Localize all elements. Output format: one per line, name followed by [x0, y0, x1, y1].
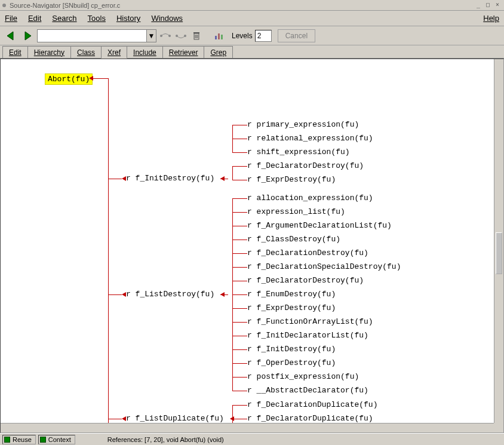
context-toggle[interactable]: Context	[38, 435, 75, 444]
tree-leaf-node[interactable]: r shift_expression(fu)	[247, 148, 350, 156]
tab-xref[interactable]: Xref	[101, 46, 127, 59]
tab-include[interactable]: Include	[127, 46, 163, 58]
tree-leaf-node[interactable]: r f_ExprDestroy(fu)	[247, 175, 336, 184]
close-button[interactable]: ×	[493, 2, 502, 9]
window-title: Source-Navigator [SNbuild] cp_error.c	[10, 2, 474, 9]
tree-leaf-node[interactable]: r f_OperDestroy(fu)	[247, 358, 336, 367]
levels-label: Levels	[232, 32, 253, 40]
tree-leaf-node[interactable]: r f_DeclaratorDestroy(fu)	[247, 161, 364, 170]
svg-point-2	[160, 35, 162, 37]
svg-point-4	[176, 35, 178, 37]
tree-leaf-node[interactable]: r f_DeclarationSpecialDestroy(fu)	[247, 262, 401, 271]
maximize-button[interactable]: □	[484, 2, 492, 9]
arrow-left-icon	[5, 30, 17, 42]
menu-help[interactable]: Help	[483, 14, 499, 23]
delete-button[interactable]	[190, 29, 203, 42]
menu-edit[interactable]: Edit	[28, 14, 41, 23]
chart-icon	[214, 31, 225, 41]
tree-leaf-node[interactable]: r __AbstractDeclarator(fu)	[247, 386, 368, 395]
svg-rect-11	[215, 36, 217, 39]
reuse-label: Reuse	[13, 436, 32, 443]
svg-point-5	[184, 35, 186, 37]
xref-content: Abort(fu) r f_InitDestroy(fu)r primary_e…	[0, 59, 504, 433]
symbol-input[interactable]	[38, 32, 146, 40]
trash-icon	[192, 31, 201, 41]
tree-leaf-node[interactable]: r f_DeclaratorDestroy(fu)	[247, 276, 364, 285]
relation2-icon	[176, 32, 186, 40]
nav-back-button[interactable]	[4, 29, 18, 43]
tree-leaf-node[interactable]: r allocation_expression(fu)	[247, 194, 373, 202]
levels-input[interactable]	[255, 30, 272, 42]
tool-icon-3[interactable]	[213, 29, 226, 42]
cancel-button: Cancel	[278, 29, 315, 42]
svg-point-3	[168, 35, 171, 37]
tool-icon-1[interactable]	[159, 29, 172, 42]
symbol-combo[interactable]: ▼	[37, 29, 156, 42]
menu-windows[interactable]: Windows	[151, 14, 183, 23]
tree-leaf-node[interactable]: r f_DeclarationDestroy(fu)	[247, 248, 368, 257]
tree-leaf-node[interactable]: r f_InitDestroy(fu)	[247, 345, 336, 354]
menu-history[interactable]: History	[116, 14, 140, 23]
xref-tree[interactable]: Abort(fu) r f_InitDestroy(fu)r primary_e…	[1, 59, 494, 423]
tree-leaf-node[interactable]: r relational_expression(fu)	[247, 134, 373, 143]
context-indicator-icon	[40, 437, 46, 443]
tab-class[interactable]: Class	[70, 46, 102, 58]
menu-search[interactable]: Search	[52, 14, 76, 23]
minimize-button[interactable]: _	[474, 2, 483, 9]
svg-marker-1	[25, 32, 31, 40]
arrow-right-icon	[21, 30, 33, 42]
svg-rect-13	[221, 35, 223, 39]
titlebar-app-icon	[2, 4, 6, 7]
nav-forward-button[interactable]	[20, 29, 35, 43]
tool-icon-2[interactable]	[174, 29, 188, 42]
tree-leaf-node[interactable]: r primary_expression(fu)	[247, 120, 359, 129]
tabbar: Edit Hierarchy Class Xref Include Retrie…	[0, 45, 504, 59]
menubar: File Edit Search Tools History Windows H…	[0, 11, 504, 26]
combo-dropdown-icon[interactable]: ▼	[146, 30, 156, 42]
tree-leaf-node[interactable]: r f_ClassDestroy(fu)	[247, 235, 340, 244]
menu-file[interactable]: File	[5, 14, 17, 23]
svg-marker-0	[7, 32, 13, 40]
reuse-indicator-icon	[4, 437, 10, 443]
scrollbar-thumb[interactable]	[496, 232, 502, 274]
svg-rect-10	[193, 32, 199, 33]
tree-leaf-node[interactable]: r f_ExprDestroy(fu)	[247, 303, 336, 312]
relation-icon	[160, 32, 171, 40]
tree-mid-node[interactable]: r f_InitDestroy(fu)	[126, 174, 214, 183]
tree-mid-node[interactable]: r f_ListDuplicate(fu)	[126, 414, 224, 423]
svg-rect-12	[218, 33, 220, 39]
tree-leaf-node[interactable]: r f_ArgumentDeclarationList(fu)	[247, 221, 392, 230]
toolbar: ▼ Levels Cancel	[0, 26, 504, 45]
scrollbar-vertical[interactable]	[494, 59, 503, 423]
scrollbar-horizontal[interactable]	[1, 423, 494, 432]
tree-leaf-node[interactable]: r postfix_expression(fu)	[247, 372, 359, 381]
tab-grep[interactable]: Grep	[204, 46, 233, 58]
tree-root-node[interactable]: Abort(fu)	[45, 73, 93, 85]
scrollbar-corner	[494, 423, 503, 432]
tab-retriever[interactable]: Retriever	[162, 46, 205, 58]
context-label: Context	[48, 436, 71, 443]
tree-mid-node[interactable]: r f_ListDestroy(fu)	[126, 290, 214, 299]
tree-leaf-node[interactable]: r f_FunctionOrArrayList(fu)	[247, 317, 373, 326]
tree-leaf-node[interactable]: r expression_list(fu)	[247, 207, 345, 216]
tree-leaf-node[interactable]: r f_DeclarationDuplicate(fu)	[247, 400, 377, 409]
tree-leaf-node[interactable]: r f_InitDeclaratorList(fu)	[247, 331, 368, 340]
statusbar: Reuse Context References: [7, 20], void …	[0, 433, 504, 445]
tree-leaf-node[interactable]: r f_DeclaratorDuplicate(fu)	[247, 414, 373, 423]
tab-hierarchy[interactable]: Hierarchy	[27, 46, 71, 58]
reuse-toggle[interactable]: Reuse	[2, 435, 36, 444]
menu-tools[interactable]: Tools	[88, 14, 106, 23]
tree-leaf-node[interactable]: r f_EnumDestroy(fu)	[247, 290, 336, 299]
tab-edit[interactable]: Edit	[2, 46, 28, 58]
status-text: References: [7, 20], void Abort(fu) (voi…	[107, 436, 224, 443]
